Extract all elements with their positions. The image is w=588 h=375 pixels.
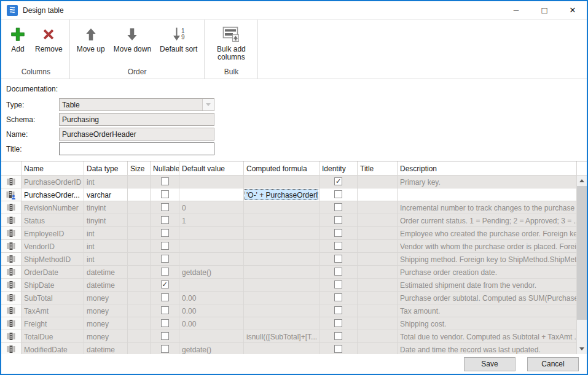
- save-button[interactable]: Save: [464, 357, 515, 371]
- nullable-checkbox: [161, 332, 169, 340]
- toolbar-button-move-up[interactable]: Move up: [73, 21, 109, 66]
- table-row: SubTotalmoney0.00Purchase order subtotal…: [1, 292, 577, 304]
- toolbar-button-label: Default sort: [160, 45, 197, 53]
- cell-title: [358, 317, 398, 330]
- identity-checkbox: [334, 319, 342, 327]
- title-bar[interactable]: Design table ─ □ ✕: [1, 1, 587, 20]
- window-controls: ─ □ ✕: [502, 1, 587, 19]
- cell-nullable: [151, 176, 179, 188]
- scroll-down-icon[interactable]: [577, 344, 587, 354]
- toolbar-button-add[interactable]: Add: [5, 21, 31, 66]
- cell-data-type: money: [84, 292, 128, 304]
- cell-description: Date and time the record was last update…: [398, 343, 577, 354]
- title-field-row: Title:: [6, 142, 587, 155]
- column-icon: [7, 203, 15, 212]
- nullable-checkbox: ✓: [161, 280, 169, 288]
- grid-header: Name Data type Size Nullable Default val…: [1, 161, 587, 176]
- maximize-icon[interactable]: □: [530, 1, 559, 19]
- move-up-arrow-icon: [85, 23, 97, 45]
- toolbar-button-remove[interactable]: Remove: [31, 21, 67, 66]
- cell-identity: [319, 317, 358, 330]
- row-icon-cell: [1, 330, 22, 342]
- toolbar-button-label: Move up: [77, 45, 105, 53]
- identity-checkbox: [334, 280, 342, 288]
- nullable-checkbox: [161, 177, 169, 185]
- table-row: EmployeeIDintEmployee who created the pu…: [1, 227, 577, 240]
- cell-name: ShipMethodID: [22, 253, 84, 265]
- design-table-dialog: Design table ─ □ ✕ AddRemoveColumnsMove …: [0, 0, 588, 375]
- row-icon-cell: [1, 201, 22, 214]
- cell-description[interactable]: [398, 188, 577, 201]
- cell-description: Order current status. 1 = Pending; 2 = A…: [398, 214, 577, 226]
- add-plus-icon: [10, 23, 26, 45]
- cell-size: [128, 176, 151, 188]
- cell-computed-formula: [244, 292, 319, 304]
- cell-size[interactable]: [128, 188, 151, 201]
- scroll-up-icon[interactable]: [577, 176, 587, 186]
- cell-nullable: [151, 227, 179, 239]
- cell-computed-formula: [244, 240, 319, 252]
- cell-size: [128, 201, 151, 214]
- cell-title[interactable]: [358, 188, 398, 201]
- toolbar-button-default-sort[interactable]: 19Default sort: [155, 21, 202, 66]
- cell-description: Shipping method. Foreign key to ShipMeth…: [398, 253, 577, 265]
- identity-checkbox: [334, 229, 342, 237]
- cell-data-type[interactable]: varchar: [84, 188, 128, 201]
- identity-checkbox[interactable]: [334, 190, 342, 198]
- cell-computed-formula[interactable]: 'O-' + PurchaseOrderID: [244, 188, 319, 201]
- toolbar-group-label: Order: [73, 66, 202, 79]
- toolbar-group-label: Bulk: [207, 66, 255, 79]
- nullable-checkbox[interactable]: [161, 190, 169, 198]
- move-down-arrow-icon: [126, 23, 138, 45]
- column-icon: [7, 332, 15, 341]
- cell-title: [358, 240, 398, 252]
- cell-computed-formula: [244, 266, 319, 278]
- toolbar: AddRemoveColumnsMove upMove down19Defaul…: [1, 20, 587, 79]
- cell-size: [128, 304, 151, 317]
- scrollbar-thumb[interactable]: [577, 186, 587, 320]
- identity-checkbox: [334, 332, 342, 340]
- table-row: Freightmoney0.00Shipping cost.: [1, 317, 577, 330]
- minimize-icon[interactable]: ─: [502, 1, 530, 19]
- column-icon: [7, 319, 15, 328]
- cell-data-type: int: [84, 176, 128, 188]
- cell-nullable: [151, 214, 179, 226]
- cell-default-value[interactable]: [179, 188, 244, 201]
- table-row: ShipMethodIDintShipping method. Foreign …: [1, 253, 577, 266]
- column-icon: [7, 255, 15, 263]
- cell-name[interactable]: PurchaseOrder...: [22, 188, 84, 201]
- header-data-type: Data type: [84, 161, 128, 175]
- cell-identity: ✓: [319, 176, 358, 188]
- title-input[interactable]: [59, 142, 214, 155]
- cell-default-value: [179, 227, 244, 239]
- selected-cell[interactable]: 'O-' + PurchaseOrderID: [245, 189, 318, 200]
- cell-nullable: ✓: [151, 279, 179, 291]
- vertical-scrollbar[interactable]: [577, 176, 587, 354]
- header-description: Description: [398, 161, 577, 175]
- cell-computed-formula: [244, 214, 319, 226]
- close-icon[interactable]: ✕: [559, 1, 587, 19]
- toolbar-button-row: AddRemove: [5, 21, 67, 66]
- cancel-button[interactable]: Cancel: [527, 357, 579, 371]
- cell-default-value: 0.00: [179, 292, 244, 304]
- column-icon: [7, 177, 15, 186]
- table-row: Statustinyint1Order current status. 1 = …: [1, 214, 577, 227]
- name-field: PurchaseOrderHeader: [59, 128, 214, 141]
- table-row: TotalDuemoneyisnull(([SubTotal]+[T...Tot…: [1, 330, 577, 343]
- nullable-checkbox: [161, 319, 169, 327]
- cell-identity: [319, 279, 358, 291]
- column-icon: [7, 242, 15, 250]
- cell-name: PurchaseOrderID: [22, 176, 84, 188]
- cell-description: Shipping cost.: [398, 317, 577, 330]
- cell-nullable: [151, 343, 179, 354]
- nullable-checkbox: [161, 229, 169, 237]
- cell-default-value: getdate(): [179, 266, 244, 278]
- cell-description: Primary key.: [398, 176, 577, 188]
- header-default-value: Default value: [179, 161, 244, 175]
- cell-identity: [319, 343, 358, 354]
- cell-data-type: int: [84, 253, 128, 265]
- cell-description: Vendor with whom the purchase order is p…: [398, 240, 577, 252]
- cell-computed-formula: [244, 201, 319, 214]
- toolbar-button-bulk-add-columns[interactable]: Bulk add columns: [207, 21, 255, 66]
- toolbar-button-move-down[interactable]: Move down: [109, 21, 155, 66]
